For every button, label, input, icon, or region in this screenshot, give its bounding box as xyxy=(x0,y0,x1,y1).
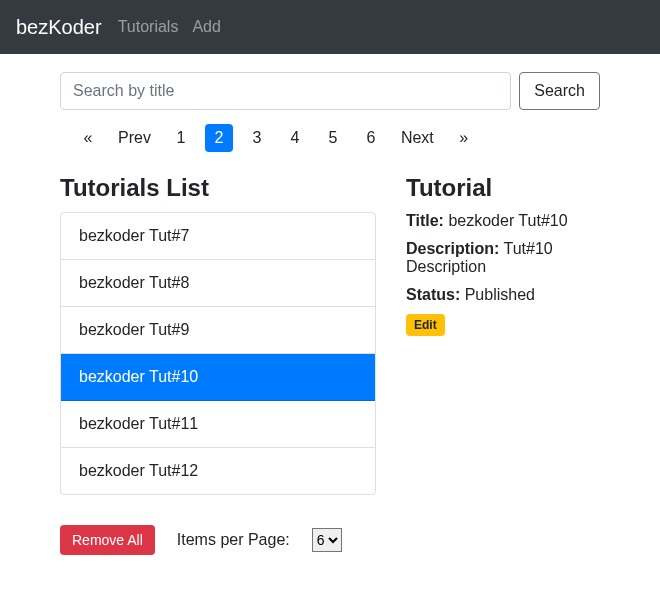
detail-description-label: Description: xyxy=(406,240,499,257)
navbar: bezKoder Tutorials Add xyxy=(0,0,660,54)
page-2[interactable]: 2 xyxy=(205,124,233,152)
page-5[interactable]: 5 xyxy=(319,124,347,152)
detail-status-value: Published xyxy=(465,286,535,303)
list-item[interactable]: bezkoder Tut#9 xyxy=(61,307,375,354)
list-item[interactable]: bezkoder Tut#10 xyxy=(61,354,375,401)
list-heading: Tutorials List xyxy=(60,174,376,202)
page-1[interactable]: 1 xyxy=(167,124,195,152)
page-first[interactable]: « xyxy=(74,124,102,152)
search-row: Search xyxy=(60,72,600,110)
search-button[interactable]: Search xyxy=(519,72,600,110)
list-item[interactable]: bezkoder Tut#8 xyxy=(61,260,375,307)
detail-status-label: Status: xyxy=(406,286,460,303)
detail-description-row: Description: Tut#10 Description xyxy=(406,240,600,276)
left-column: Tutorials List bezkoder Tut#7 bezkoder T… xyxy=(60,174,376,555)
nav-link-add[interactable]: Add xyxy=(192,18,220,36)
remove-all-button[interactable]: Remove All xyxy=(60,525,155,555)
page-last[interactable]: » xyxy=(450,124,478,152)
pagination: « Prev 1 2 3 4 5 6 Next » xyxy=(74,124,600,152)
list-item[interactable]: bezkoder Tut#11 xyxy=(61,401,375,448)
search-input[interactable] xyxy=(60,72,511,110)
detail-heading: Tutorial xyxy=(406,174,600,202)
nav-link-tutorials[interactable]: Tutorials xyxy=(118,18,179,36)
page-3[interactable]: 3 xyxy=(243,124,271,152)
items-per-page-label: Items per Page: xyxy=(177,531,290,549)
main-container: Search « Prev 1 2 3 4 5 6 Next » Tutoria… xyxy=(0,54,660,585)
edit-button[interactable]: Edit xyxy=(406,314,445,336)
items-per-page-select[interactable]: 6 xyxy=(312,528,342,552)
detail-status-row: Status: Published xyxy=(406,286,600,304)
list-item[interactable]: bezkoder Tut#12 xyxy=(61,448,375,494)
content-row: Tutorials List bezkoder Tut#7 bezkoder T… xyxy=(60,174,600,555)
detail-title-value: bezkoder Tut#10 xyxy=(448,212,567,229)
page-4[interactable]: 4 xyxy=(281,124,309,152)
page-next[interactable]: Next xyxy=(395,124,440,152)
detail-title-row: Title: bezkoder Tut#10 xyxy=(406,212,600,230)
tutorials-list: bezkoder Tut#7 bezkoder Tut#8 bezkoder T… xyxy=(60,212,376,495)
brand[interactable]: bezKoder xyxy=(16,16,102,39)
right-column: Tutorial Title: bezkoder Tut#10 Descript… xyxy=(406,174,600,555)
page-6[interactable]: 6 xyxy=(357,124,385,152)
detail-title-label: Title: xyxy=(406,212,444,229)
page-prev[interactable]: Prev xyxy=(112,124,157,152)
list-footer: Remove All Items per Page: 6 xyxy=(60,525,376,555)
list-item[interactable]: bezkoder Tut#7 xyxy=(61,213,375,260)
